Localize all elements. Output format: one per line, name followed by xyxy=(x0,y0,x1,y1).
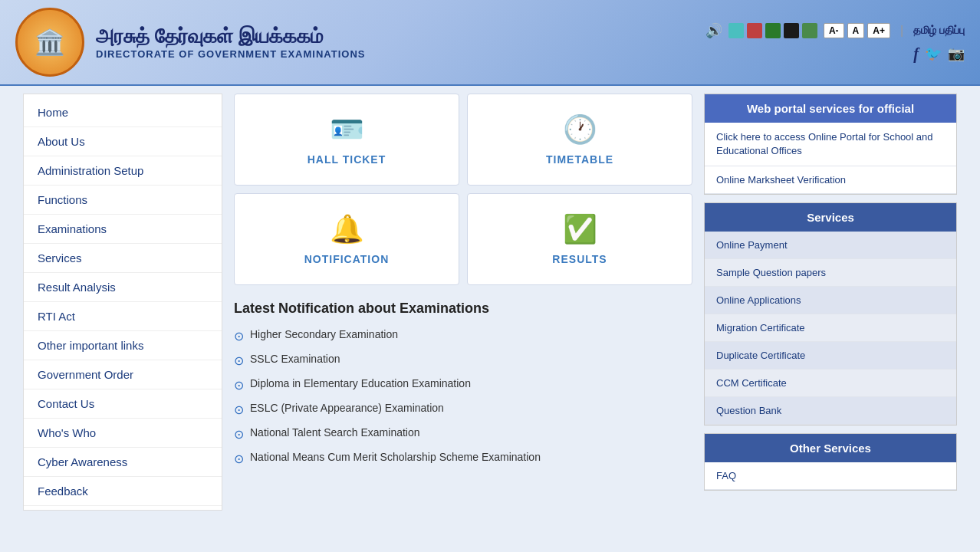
timetable-card[interactable]: 🕐 TIMETABLE xyxy=(467,94,692,186)
sidebar-item-cyber[interactable]: Cyber Awareness xyxy=(24,448,222,477)
sidebar-item-about[interactable]: About Us xyxy=(24,127,222,156)
swatch-teal[interactable] xyxy=(728,23,744,38)
speaker-icon[interactable]: 🔊 xyxy=(705,22,722,39)
swatch-black[interactable] xyxy=(784,23,799,38)
notification-label: NOTIFICATION xyxy=(304,253,390,265)
right-panel: Web portal services for official Click h… xyxy=(704,94,957,511)
sidebar-item-administration[interactable]: Administration Setup xyxy=(24,156,222,186)
sidebar-item-govt-order[interactable]: Government Order xyxy=(24,360,222,389)
swatch-lightgreen[interactable] xyxy=(802,23,817,38)
services-section: Services Online Payment Sample Question … xyxy=(704,202,957,426)
notification-icon: 🔔 xyxy=(330,213,364,245)
question-bank-link[interactable]: Question Bank xyxy=(705,397,956,425)
results-card[interactable]: ✅ RESULTS xyxy=(467,193,692,285)
main-content: 🪪 HALL TICKET 🕐 TIMETABLE 🔔 NOTIFICATION… xyxy=(222,94,704,511)
other-services-header: Other Services xyxy=(705,434,956,462)
sample-question-link[interactable]: Sample Question papers xyxy=(705,259,956,287)
header-right: 🔊 A- A A+ | தமிழ் பதிப்பு f 🐦 📷 xyxy=(705,22,965,63)
list-item[interactable]: ⊙ Higher Secondary Examination xyxy=(234,328,692,343)
duplicate-cert-link[interactable]: Duplicate Certificate xyxy=(705,342,956,370)
logo-inner: 🏛️ xyxy=(18,10,82,75)
sidebar-item-whos-who[interactable]: Who's Who xyxy=(24,419,222,448)
sidebar: Home About Us Administration Setup Funct… xyxy=(23,94,222,511)
header-controls: 🔊 A- A A+ | தமிழ் பதிப்பு xyxy=(705,22,965,39)
sidebar-item-contact[interactable]: Contact Us xyxy=(24,389,222,419)
marksheet-verification-link[interactable]: Online Marksheet Verification xyxy=(705,166,956,194)
sidebar-item-result-analysis[interactable]: Result Analysis xyxy=(24,273,222,302)
notif-text: SSLC Examination xyxy=(250,353,340,365)
timetable-label: TIMETABLE xyxy=(546,153,613,166)
notifications-section: Latest Notification about Examinations ⊙… xyxy=(234,301,692,466)
hall-ticket-icon: 🪪 xyxy=(330,113,364,146)
tamil-lang-link[interactable]: தமிழ் பதிப்பு xyxy=(913,24,965,37)
sidebar-item-examinations[interactable]: Examinations xyxy=(24,215,222,244)
online-applications-link[interactable]: Online Applications xyxy=(705,287,956,314)
font-increase-button[interactable]: A+ xyxy=(867,23,890,38)
facebook-icon[interactable]: f xyxy=(913,45,919,63)
bullet-icon: ⊙ xyxy=(234,329,244,343)
other-services-section: Other Services FAQ xyxy=(704,433,957,491)
bullet-icon: ⊙ xyxy=(234,378,244,393)
font-decrease-button[interactable]: A- xyxy=(824,23,844,38)
sidebar-item-home[interactable]: Home xyxy=(24,98,222,127)
list-item[interactable]: ⊙ National Means Cum Merit Scholarship S… xyxy=(234,451,692,466)
font-controls: A- A A+ xyxy=(824,23,890,38)
faq-link[interactable]: FAQ xyxy=(705,462,956,490)
bullet-icon: ⊙ xyxy=(234,452,244,466)
notif-text: National Means Cum Merit Scholarship Sch… xyxy=(250,451,541,463)
title-english: DIRECTORATE OF GOVERNMENT EXAMINATIONS xyxy=(96,48,365,60)
notifications-title: Latest Notification about Examinations xyxy=(234,301,692,317)
bullet-icon: ⊙ xyxy=(234,427,244,442)
online-portal-link[interactable]: Click here to access Online Portal for S… xyxy=(705,123,956,166)
notification-card[interactable]: 🔔 NOTIFICATION xyxy=(234,193,459,285)
main-container: Home About Us Administration Setup Funct… xyxy=(0,86,980,518)
ccm-cert-link[interactable]: CCM Certificate xyxy=(705,370,956,397)
swatch-green[interactable] xyxy=(765,23,781,38)
online-payment-link[interactable]: Online Payment xyxy=(705,232,956,259)
timetable-icon: 🕐 xyxy=(563,113,597,146)
notif-text: Higher Secondary Examination xyxy=(250,328,398,340)
sidebar-item-functions[interactable]: Functions xyxy=(24,186,222,215)
color-swatches xyxy=(728,23,817,38)
notif-text: National Talent Search Examination xyxy=(250,426,420,439)
sidebar-item-other-links[interactable]: Other important links xyxy=(24,331,222,360)
site-header: 🏛️ அரசுத் தேர்வுகள் இயக்ககம் DIRECTORATE… xyxy=(0,0,980,86)
migration-cert-link[interactable]: Migration Certificate xyxy=(705,314,956,342)
swatch-red[interactable] xyxy=(747,23,762,38)
notif-text: ESLC (Private Appearance) Examination xyxy=(250,402,444,414)
bullet-icon: ⊙ xyxy=(234,402,244,417)
sidebar-item-feedback[interactable]: Feedback xyxy=(24,477,222,506)
instagram-icon[interactable]: 📷 xyxy=(948,45,965,63)
title-tamil: அரசுத் தேர்வுகள் இயக்ககம் xyxy=(96,25,365,48)
bullet-icon: ⊙ xyxy=(234,353,244,368)
list-item[interactable]: ⊙ SSLC Examination xyxy=(234,353,692,368)
services-header: Services xyxy=(705,203,956,232)
notif-text: Diploma in Elementary Education Examinat… xyxy=(250,377,471,389)
header-title: அரசுத் தேர்வுகள் இயக்ககம் DIRECTORATE OF… xyxy=(96,25,365,60)
sidebar-item-rti-act[interactable]: RTI Act xyxy=(24,302,222,331)
logo: 🏛️ xyxy=(15,8,84,77)
results-label: RESULTS xyxy=(552,253,607,265)
social-icons: f 🐦 📷 xyxy=(913,45,965,63)
list-item[interactable]: ⊙ ESLC (Private Appearance) Examination xyxy=(234,402,692,417)
quick-links-grid: 🪪 HALL TICKET 🕐 TIMETABLE 🔔 NOTIFICATION… xyxy=(234,94,692,285)
twitter-icon[interactable]: 🐦 xyxy=(925,45,942,63)
results-icon: ✅ xyxy=(563,213,597,245)
hall-ticket-label: HALL TICKET xyxy=(307,153,386,166)
font-normal-button[interactable]: A xyxy=(847,23,865,38)
web-portal-header: Web portal services for official xyxy=(705,94,956,123)
web-portal-section: Web portal services for official Click h… xyxy=(704,94,957,195)
header-left: 🏛️ அரசுத் தேர்வுகள் இயக்ககம் DIRECTORATE… xyxy=(15,8,365,77)
sidebar-item-services[interactable]: Services xyxy=(24,244,222,273)
hall-ticket-card[interactable]: 🪪 HALL TICKET xyxy=(234,94,459,186)
list-item[interactable]: ⊙ Diploma in Elementary Education Examin… xyxy=(234,377,692,393)
list-item[interactable]: ⊙ National Talent Search Examination xyxy=(234,426,692,442)
